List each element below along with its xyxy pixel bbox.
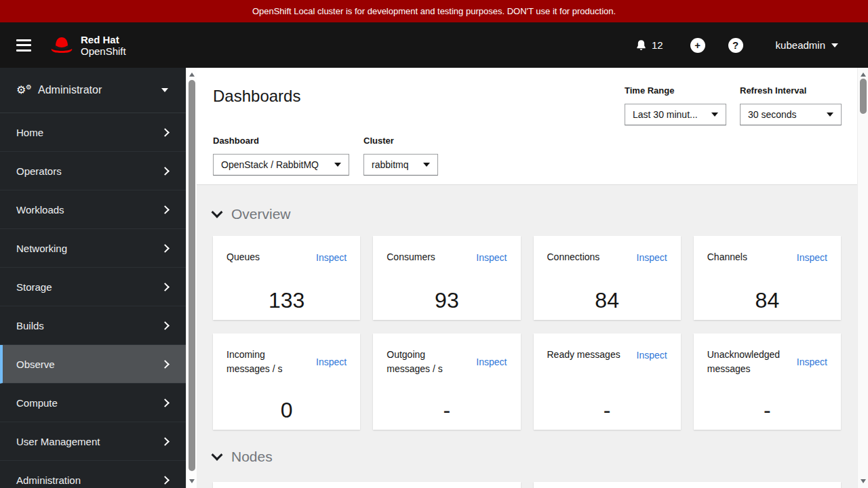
sidebar-item-operators[interactable]: Operators	[0, 152, 186, 190]
dashboard-select[interactable]: OpenStack / RabbitMQ	[213, 154, 349, 176]
sidebar-item-storage[interactable]: Storage	[0, 268, 186, 306]
scrollbar-thumb[interactable]	[189, 80, 195, 471]
sidebar-item-label: Storage	[16, 281, 52, 293]
brand-line2: OpenShift	[81, 45, 126, 57]
inspect-link[interactable]: Inspect	[637, 350, 667, 361]
inspect-link[interactable]: Inspect	[637, 252, 667, 263]
chevron-right-icon	[161, 321, 170, 330]
sidebar-item-observe[interactable]: Observe	[0, 345, 186, 384]
page-scrollbar[interactable]	[857, 68, 868, 488]
card-title: Queues	[226, 250, 260, 264]
perspective-label: Administrator	[38, 84, 102, 96]
inspect-link[interactable]: Inspect	[316, 357, 347, 367]
card-outgoing-messages: Outgoing messages / s Inspect -	[373, 333, 520, 430]
perspective-switcher[interactable]: ⚙⚙ Administrator	[0, 68, 186, 113]
chevron-right-icon	[161, 205, 170, 214]
sidebar-item-label: Administration	[16, 474, 81, 486]
nav-toggle-button[interactable]	[16, 39, 31, 52]
card-title: Consumers	[387, 250, 435, 264]
section-title: Nodes	[231, 449, 273, 465]
nodes-section-toggle[interactable]: Nodes	[213, 449, 273, 465]
card-title: Unacknowledged messages	[707, 348, 782, 376]
card-title: Channels	[707, 250, 747, 264]
scroll-down-arrow-icon[interactable]	[861, 479, 866, 483]
cogs-icon: ⚙⚙	[16, 84, 31, 96]
card-title: Ready messages	[547, 348, 620, 362]
chevron-right-icon	[161, 437, 170, 446]
chevron-right-icon	[161, 128, 170, 137]
card-title: Connections	[547, 250, 600, 264]
card-consumers: Consumers Inspect 93	[373, 236, 520, 320]
card-title: Incoming messages / s	[226, 348, 301, 376]
sidebar-item-label: Home	[16, 127, 43, 138]
cluster-select-group: Cluster rabbitmq	[363, 136, 438, 176]
scroll-up-arrow-icon[interactable]	[861, 73, 866, 77]
bell-icon	[635, 39, 647, 52]
inspect-link[interactable]: Inspect	[476, 252, 507, 263]
nodes-card	[534, 482, 842, 488]
sidebar-item-home[interactable]: Home	[0, 113, 186, 152]
content-scrollbar[interactable]	[186, 68, 197, 488]
help-button[interactable]: ?	[728, 38, 743, 53]
quick-create-button[interactable]: +	[690, 38, 705, 53]
chevron-right-icon	[161, 360, 170, 369]
sidebar-item-label: Compute	[16, 397, 58, 409]
inspect-link[interactable]: Inspect	[797, 252, 827, 263]
masthead: Red Hat OpenShift 12 + ? kubeadmin	[0, 22, 868, 68]
card-value: -	[387, 399, 507, 421]
brand-logo: Red Hat OpenShift	[49, 34, 126, 57]
user-menu[interactable]: kubeadmin	[776, 39, 838, 51]
sidebar-item-label: Operators	[16, 165, 62, 177]
sidebar-item-compute[interactable]: Compute	[0, 384, 186, 422]
sidebar-item-networking[interactable]: Networking	[0, 229, 186, 268]
dashboards-header: Dashboards Time Range Last 30 minut... R…	[197, 68, 857, 185]
chevron-right-icon	[161, 399, 170, 407]
sidebar-item-administration[interactable]: Administration	[0, 461, 186, 488]
sidebar-item-label: Builds	[16, 320, 44, 331]
caret-down-icon	[423, 163, 430, 167]
time-range-select[interactable]: Last 30 minut...	[625, 104, 726, 125]
notifications-button[interactable]: 12	[635, 39, 663, 52]
card-value: -	[707, 399, 827, 421]
sidebar-item-workloads[interactable]: Workloads	[0, 190, 186, 229]
inspect-link[interactable]: Inspect	[476, 357, 507, 367]
card-connections: Connections Inspect 84	[534, 236, 681, 320]
card-value: 93	[387, 289, 507, 311]
redhat-fedora-icon	[49, 36, 75, 55]
plus-icon: +	[694, 39, 701, 51]
card-value: -	[547, 399, 667, 421]
cluster-label: Cluster	[363, 136, 438, 146]
chevron-down-icon	[212, 207, 223, 218]
overview-section-toggle[interactable]: Overview	[213, 206, 291, 222]
refresh-interval-value: 30 seconds	[748, 109, 797, 120]
caret-down-icon	[711, 113, 718, 117]
question-icon: ?	[732, 39, 738, 51]
refresh-interval-select[interactable]: 30 seconds	[740, 104, 842, 125]
dashboard-body: Overview Queues Inspect 133 Consumers In…	[197, 186, 857, 488]
card-channels: Channels Inspect 84	[694, 236, 841, 320]
refresh-interval-label: Refresh Interval	[740, 86, 842, 96]
scrollbar-thumb[interactable]	[860, 79, 867, 114]
inspect-link[interactable]: Inspect	[797, 357, 827, 367]
time-range-value: Last 30 minut...	[633, 109, 698, 120]
sidebar-item-user-management[interactable]: User Management	[0, 422, 186, 461]
card-value: 133	[226, 289, 347, 311]
scroll-up-arrow-icon[interactable]	[189, 73, 195, 77]
card-incoming-messages: Incoming messages / s Inspect 0	[213, 333, 360, 430]
scroll-down-arrow-icon[interactable]	[189, 479, 195, 483]
caret-down-icon	[831, 43, 838, 47]
cluster-select[interactable]: rabbitmq	[363, 154, 438, 176]
chevron-right-icon	[161, 244, 170, 253]
sidebar-item-label: Observe	[16, 359, 55, 370]
sidebar-item-builds[interactable]: Builds	[0, 306, 186, 345]
masthead-toolbar: 12 + ? kubeadmin	[635, 38, 868, 53]
brand-text: Red Hat OpenShift	[81, 34, 126, 57]
dashboard-content: Dashboards Time Range Last 30 minut... R…	[197, 68, 857, 488]
nodes-card	[213, 482, 521, 488]
nodes-cards-row	[213, 482, 841, 488]
inspect-link[interactable]: Inspect	[316, 252, 347, 263]
dashboard-value: OpenStack / RabbitMQ	[221, 159, 319, 170]
card-value: 84	[547, 289, 667, 311]
brand-line1: Red Hat	[81, 34, 126, 45]
card-unacknowledged-messages: Unacknowledged messages Inspect -	[694, 333, 841, 430]
